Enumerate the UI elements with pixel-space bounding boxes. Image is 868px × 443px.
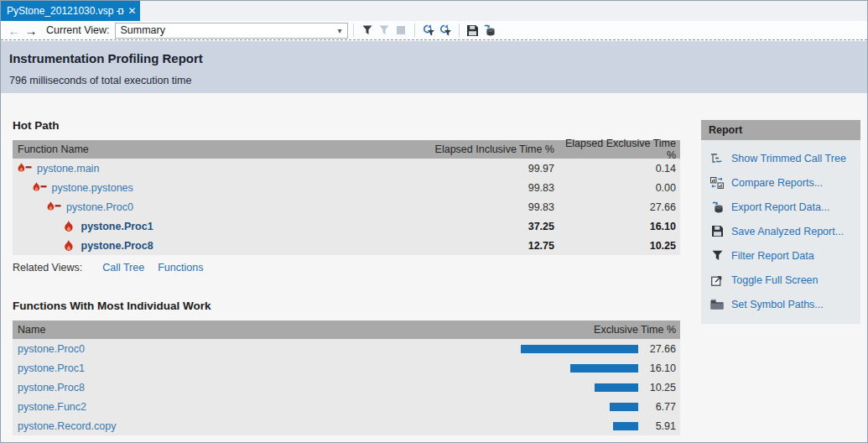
stop-icon — [392, 23, 409, 38]
exclusive-time-bar-zone — [512, 364, 638, 373]
function-link[interactable]: pystone.pystones — [52, 182, 133, 194]
function-link[interactable]: pystone.main — [37, 163, 99, 175]
work-row: pystone.Proc027.66 — [13, 339, 680, 358]
document-tab[interactable]: PyStone_20121030.vsp ✕ — [1, 1, 140, 21]
exclusive-time-bar — [610, 403, 638, 411]
individual-work-title: Functions With Most Individual Work — [13, 300, 211, 312]
report-panel-item-label: Set Symbol Paths... — [731, 299, 824, 310]
exclusive-time-value: 5.91 — [638, 420, 680, 432]
related-view-call-tree[interactable]: Call Tree — [102, 262, 144, 274]
hot-path-table-header: Function Name Elapsed Inclusive Time % E… — [13, 140, 680, 159]
report-panel-item-label: Filter Report Data — [731, 250, 814, 262]
inclusive-time-value: 99.83 — [412, 201, 554, 213]
hotpath-branch-icon — [47, 201, 61, 212]
hot-path-row: pystone.pystones99.830.00 — [13, 178, 680, 197]
current-view-value: Summary — [121, 24, 333, 36]
function-link[interactable]: pystone.Record.copy — [13, 420, 512, 432]
hot-path-title: Hot Path — [13, 119, 60, 132]
function-link[interactable]: pystone.Proc8 — [81, 240, 153, 252]
total-time-text: 796 milliseconds of total execution time — [9, 75, 859, 86]
column-exclusive-time-pct[interactable]: Exclusive Time % — [512, 324, 680, 336]
column-exclusive-time[interactable]: Elapsed Exclusive Time % — [554, 138, 680, 161]
work-row: pystone.Record.copy5.91 — [13, 416, 680, 435]
tab-title: PyStone_20121030.vsp — [7, 5, 113, 17]
exclusive-time-bar — [595, 383, 638, 392]
current-view-dropdown[interactable]: Summary ▾ — [115, 23, 348, 39]
report-panel-item[interactable]: Compare Reports... — [701, 170, 860, 195]
function-link[interactable]: pystone.Proc0 — [13, 343, 512, 355]
save-icon[interactable] — [465, 23, 481, 38]
hotpath-branch-icon — [18, 163, 32, 174]
work-row: pystone.Proc116.10 — [13, 358, 680, 378]
report-panel-item[interactable]: Export Report Data... — [701, 195, 860, 219]
toolbar-separator — [459, 23, 460, 37]
report-panel-item-label: Save Analyzed Report... — [731, 226, 844, 237]
hot-path-table-body: pystone.main99.970.14pystone.pystones99.… — [13, 159, 680, 255]
inclusive-time-value: 12.75 — [412, 240, 554, 252]
exclusive-time-value: 27.66 — [638, 343, 680, 355]
individual-work-table-header: Name Exclusive Time % — [13, 321, 680, 339]
report-panel-item-label: Show Trimmed Call Tree — [731, 153, 846, 164]
hot-path-row: pystone.Proc137.2516.10 — [13, 216, 680, 236]
hot-path-row: pystone.Proc812.7510.25 — [13, 236, 680, 255]
related-view-functions[interactable]: Functions — [158, 262, 203, 274]
function-link[interactable]: pystone.Proc8 — [13, 382, 512, 393]
function-link[interactable]: pystone.Proc1 — [81, 221, 153, 232]
report-panel-body: Show Trimmed Call TreeCompare Reports...… — [701, 140, 860, 324]
inclusive-time-value: 37.25 — [412, 221, 554, 232]
column-name[interactable]: Name — [13, 324, 512, 336]
function-link[interactable]: pystone.Func2 — [13, 401, 512, 413]
current-view-label: Current View: — [46, 24, 110, 36]
function-link[interactable]: pystone.Proc1 — [13, 362, 512, 374]
report-panel-item[interactable]: Show Trimmed Call Tree — [701, 146, 860, 170]
exclusive-time-value: 16.10 — [638, 362, 680, 374]
column-function-name[interactable]: Function Name — [13, 143, 412, 155]
save-icon — [709, 226, 725, 237]
close-icon[interactable]: ✕ — [127, 5, 136, 17]
report-panel-item[interactable]: Save Analyzed Report... — [701, 219, 860, 243]
filter-icon[interactable] — [359, 23, 376, 38]
pin-icon[interactable] — [116, 5, 125, 17]
inclusive-time-value: 99.83 — [412, 182, 554, 194]
hot-path-row: pystone.Proc099.8327.66 — [13, 197, 680, 216]
hot-path-table: Function Name Elapsed Inclusive Time % E… — [13, 140, 680, 255]
related-views: Related Views: Call Tree Functions — [13, 262, 203, 274]
export-data-icon — [709, 201, 725, 213]
exclusive-time-value: 0.00 — [554, 182, 680, 194]
report-panel-item[interactable]: Toggle Full Screen — [701, 268, 860, 292]
exclusive-time-value: 0.14 — [554, 163, 680, 175]
related-views-label: Related Views: — [13, 262, 82, 274]
hotpath-branch-icon — [33, 182, 47, 193]
filter-icon — [709, 250, 725, 261]
full-screen-icon — [709, 274, 725, 286]
tab-strip: PyStone_20121030.vsp ✕ — [1, 1, 867, 21]
function-link[interactable]: pystone.Proc0 — [66, 201, 133, 213]
reapply-filter-icon[interactable] — [437, 23, 454, 38]
export-data-icon[interactable] — [481, 23, 498, 38]
report-header: Instrumentation Profiling Report 796 mil… — [1, 41, 867, 93]
function-cell: pystone.Proc8 — [13, 240, 412, 252]
function-cell: pystone.pystones — [13, 182, 412, 194]
exclusive-time-bar-zone — [512, 345, 638, 353]
exclusive-time-bar-zone — [512, 422, 638, 430]
report-panel-item-label: Toggle Full Screen — [731, 274, 819, 286]
exclusive-time-value: 10.25 — [554, 240, 680, 252]
profiler-window: PyStone_20121030.vsp ✕ ← → Current View:… — [0, 0, 868, 443]
folder-icon — [709, 299, 725, 310]
exclusive-time-value: 10.25 — [638, 382, 680, 393]
trimmed-call-tree-icon — [709, 153, 725, 164]
inclusive-time-value: 99.97 — [412, 163, 554, 175]
toolbar-separator — [414, 23, 415, 37]
apply-filter-icon[interactable] — [420, 23, 437, 38]
back-icon[interactable]: ← — [6, 24, 23, 37]
report-panel-item[interactable]: Set Symbol Paths... — [701, 292, 860, 316]
forward-icon[interactable]: → — [23, 24, 39, 37]
flame-icon — [62, 240, 76, 252]
exclusive-time-bar — [570, 364, 638, 373]
report-panel-item[interactable]: Filter Report Data — [701, 243, 860, 268]
report-panel-title: Report — [701, 120, 860, 140]
exclusive-time-value: 27.66 — [554, 201, 680, 213]
column-inclusive-time[interactable]: Elapsed Inclusive Time % — [412, 143, 554, 155]
function-cell: pystone.Proc0 — [13, 201, 412, 213]
filter-disabled-icon — [376, 23, 392, 38]
